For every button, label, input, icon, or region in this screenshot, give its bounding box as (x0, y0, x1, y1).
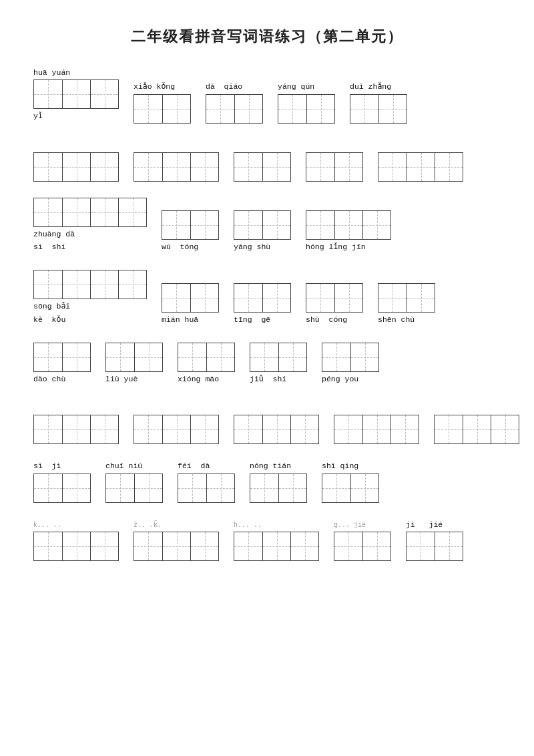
word-nong-tian: nóng tián (250, 460, 307, 502)
word-dao-chu: dào chù (33, 343, 91, 386)
word-shen-chu: shēn chù (378, 283, 435, 327)
word-si-ji: sì jì (33, 460, 91, 502)
word-ting-ge: tīng gē (234, 283, 291, 327)
worksheet-content: huā yuán yǐ xiǎo kǒng dà qiáo (33, 67, 501, 568)
word-peng-you: péng you (322, 343, 379, 386)
word-row-4: sōng bǎi kě kǒu mián huā tīng gē (33, 270, 501, 327)
page-title: 二年级看拼音写词语练习（第二单元） (33, 27, 501, 47)
word-yang-shu: yáng shù (234, 210, 291, 254)
word-fei-da: féi dà (178, 460, 235, 502)
word-da-qiao: dà qiáo (206, 81, 263, 123)
word-mian-hua: mián huā (162, 283, 219, 327)
word-jiu-shi: jiǔ shí (250, 343, 307, 386)
word-zhuang-da: zhuàng dà sì shí (33, 198, 147, 254)
word-row-5: dào chù liù yuè xióng māo (33, 343, 501, 386)
word-song-bai: sōng bǎi kě kǒu (33, 270, 147, 327)
word-row-6 (33, 402, 501, 444)
word-yang-qun: yáng qún (278, 81, 335, 123)
word-liu-yue: liù yuè (105, 343, 163, 386)
word-shu-cong: shù cóng (306, 283, 363, 327)
word-wu-tong: wú tóng (162, 210, 219, 254)
word-hong-ling-jin: hóng lǐng jīn (306, 210, 391, 254)
word-row-1: huā yuán yǐ xiǎo kǒng dà qiáo (33, 67, 501, 124)
word-hua-yuan: huā yuán yǐ (33, 67, 119, 124)
word-row-3: zhuàng dà sì shí wú tóng yáng shù (33, 198, 501, 254)
word-chui-niu: chuī niú (105, 460, 163, 502)
word-xiao-kong: xiǎo kǒng (134, 81, 191, 123)
word-row-7: sì jì chuī niú féi dà (33, 460, 501, 502)
word-ji-jie-boxes: g... jié (334, 520, 391, 561)
word-row-8: k... .. z̄.. .k̄. h... .. (33, 519, 501, 561)
word-xiong-mao: xióng māo (178, 343, 235, 386)
word-ji-jie: jì jié (406, 519, 463, 561)
word-shi-qing: shì qing (322, 460, 379, 502)
word-row-2 (33, 140, 501, 182)
word-dui-zhang: duì zhǎng (350, 81, 407, 123)
